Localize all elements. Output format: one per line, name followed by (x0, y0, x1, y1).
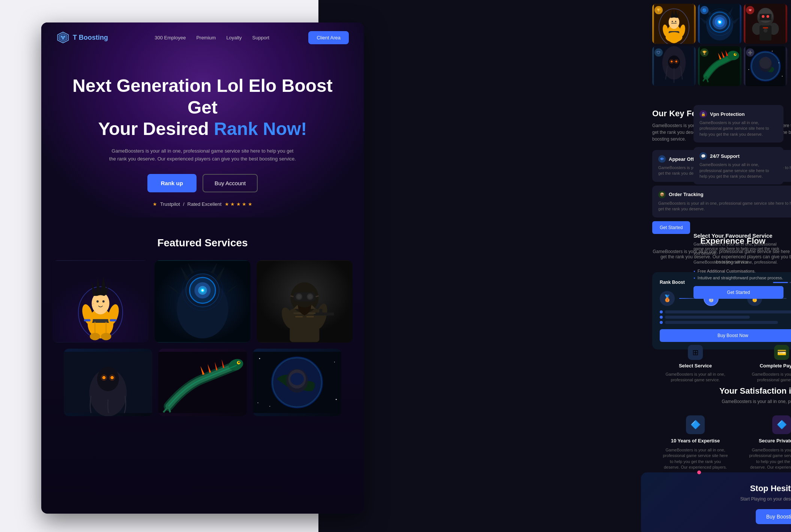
svg-line-114 (291, 296, 294, 297)
satisfaction-desc: GameBoosters is your all in one, profess… (652, 399, 791, 404)
svg-point-36 (764, 28, 768, 33)
service-select-title: Select Your Favoured Service (693, 232, 783, 239)
svg-point-137 (238, 362, 240, 364)
svg-point-6 (675, 21, 677, 22)
svg-point-65 (759, 57, 771, 69)
service-select-desc: GameBoosters is your all in one, profess… (693, 242, 783, 255)
game-thumb-1[interactable]: 🏆 (652, 4, 696, 44)
svg-rect-86 (84, 319, 91, 322)
svg-point-126 (102, 376, 106, 379)
trustpilot-rating: ★ Trustpilot / Rated Excellent ★ ★ ★ ★ ★ (71, 201, 334, 207)
svg-rect-119 (319, 309, 322, 315)
dragon-card-illustration (158, 349, 247, 416)
game-thumb-4[interactable]: 🛡 (652, 46, 696, 86)
hero-headline: Next Generation Lol Elo Boost Get Your D… (71, 75, 334, 140)
service-card-shield[interactable]: 🛡 (64, 349, 152, 416)
service-card-beast[interactable]: ⚡ (155, 260, 251, 343)
support-title: 24/7 Support (710, 153, 740, 159)
satisfaction-items: 🔷 10 Years of Expertise GameBoosters is … (652, 415, 791, 471)
support-desc: GameBoosters is your all in one, profess… (699, 162, 777, 179)
service-card-dragonball[interactable]: 🏆 (53, 260, 149, 343)
game-thumb-6[interactable]: ➕ (744, 46, 787, 86)
space-card-illustration (253, 349, 341, 416)
svg-point-76 (96, 300, 99, 303)
svg-marker-68 (59, 33, 67, 42)
order-tracking-icon: 📦 (658, 191, 666, 198)
game-thumbnails-grid: 🏆 (648, 0, 791, 90)
nav-support[interactable]: Support (252, 35, 270, 40)
svg-point-61 (782, 76, 783, 76)
service-select-features: ● Free Additional Customisations. ● Intu… (693, 269, 783, 280)
svg-point-85 (101, 333, 111, 340)
trustpilot-star: ★ (153, 201, 157, 207)
hero-section: Next Generation Lol Elo Boost Get Your D… (41, 52, 364, 222)
svg-point-77 (102, 300, 105, 303)
support-icon: 💬 (699, 152, 707, 160)
svg-point-41 (675, 60, 677, 62)
flow-diagram-title: Rank Boost (660, 280, 685, 285)
select-service-icon: ⊞ (688, 345, 703, 360)
svg-point-84 (90, 333, 100, 340)
hero-headline-highlight: Rank Now! (214, 119, 307, 139)
sat-item-expertise: 🔷 10 Years of Expertise GameBoosters is … (662, 415, 729, 471)
stop-hesitating-desc: Start Playing on your desired Rank Today (652, 496, 791, 502)
dragonball-illustration (53, 260, 149, 343)
nav-premium[interactable]: Premium (196, 35, 216, 40)
ssp-dot-2: ● (693, 276, 695, 280)
service-get-started-button[interactable]: Get Started (693, 286, 783, 299)
client-area-button[interactable]: Client Area (308, 31, 349, 44)
stop-hesitating-section: Stop Hesitating! Start Playing on your d… (641, 472, 791, 532)
svg-point-31 (767, 15, 769, 18)
svg-rect-87 (110, 319, 117, 322)
vpn-desc: GameBoosters is your all in one, profess… (699, 120, 777, 137)
svg-point-147 (269, 406, 270, 407)
buy-account-button[interactable]: Buy Account (203, 174, 258, 192)
game-thumb-2[interactable]: 🔵 (698, 4, 741, 44)
svg-rect-29 (759, 14, 771, 21)
svg-point-145 (258, 403, 258, 403)
stop-hesitating-title: Stop Hesitating! (652, 484, 791, 493)
decor-dot-pink-1 (697, 471, 701, 474)
ssp-feature-1-text: Free Additional Customisations. (698, 269, 756, 273)
ssp-feature-1: ● Free Additional Customisations. (693, 269, 783, 273)
logo-text: T Boosting (73, 34, 108, 42)
svg-rect-118 (314, 313, 334, 316)
svg-rect-122 (306, 316, 314, 318)
svg-rect-121 (295, 316, 303, 318)
rank-up-button[interactable]: Rank up (147, 174, 197, 192)
svg-point-143 (259, 358, 260, 359)
rank-icon-1: 🥉 (660, 291, 675, 306)
order-tracking-title: Order Tracking (669, 192, 703, 197)
buy-boosting-button[interactable]: Buy Boosting (756, 509, 791, 524)
featured-services-title: Featured Services (53, 237, 353, 249)
service-card-dragon[interactable]: 🐉 (158, 349, 247, 416)
svg-point-30 (762, 15, 764, 18)
hero-description: GameBoosters is your all in one, profess… (109, 147, 296, 163)
rating-stars: ★ ★ ★ ★ ★ (225, 201, 252, 207)
nav-loyalty[interactable]: Loyalty (226, 35, 242, 40)
vpn-icon: 🔒 (699, 110, 707, 118)
svg-point-4 (669, 18, 679, 27)
complete-payment-icon: 💳 (774, 345, 789, 360)
expertise-icon: 🔷 (686, 415, 705, 434)
rating-text: Rated Excellent (188, 201, 222, 207)
svg-point-40 (671, 60, 672, 62)
game-thumb-5[interactable]: 🏆 (698, 46, 741, 86)
svg-point-58 (772, 51, 773, 51)
order-tracking-desc: GameBoosters is your all in one, profess… (658, 201, 791, 212)
service-card-soldier[interactable]: 🎯 (257, 260, 353, 343)
logo-icon (56, 31, 70, 44)
svg-point-19 (718, 21, 719, 22)
logo: T Boosting (56, 31, 108, 44)
service-select-panel: Select Your Favoured Service GameBooster… (686, 225, 791, 306)
main-website-panel: T Boosting 300 Employee Premium Loyalty … (41, 22, 364, 514)
svg-point-125 (97, 367, 119, 391)
sat-item-privacy: 🔷 Secure Private Data GameBoosters is yo… (748, 415, 791, 471)
svg-point-127 (110, 376, 114, 379)
svg-point-95 (201, 289, 204, 292)
game-thumb-3[interactable]: ❤ (744, 4, 787, 44)
svg-point-48 (727, 51, 739, 60)
ssp-feature-2: ● Intuitive and straightforward purchase… (693, 276, 783, 280)
nav-employees[interactable]: 300 Employee (155, 35, 186, 40)
service-card-space[interactable]: ➕ (253, 349, 341, 416)
